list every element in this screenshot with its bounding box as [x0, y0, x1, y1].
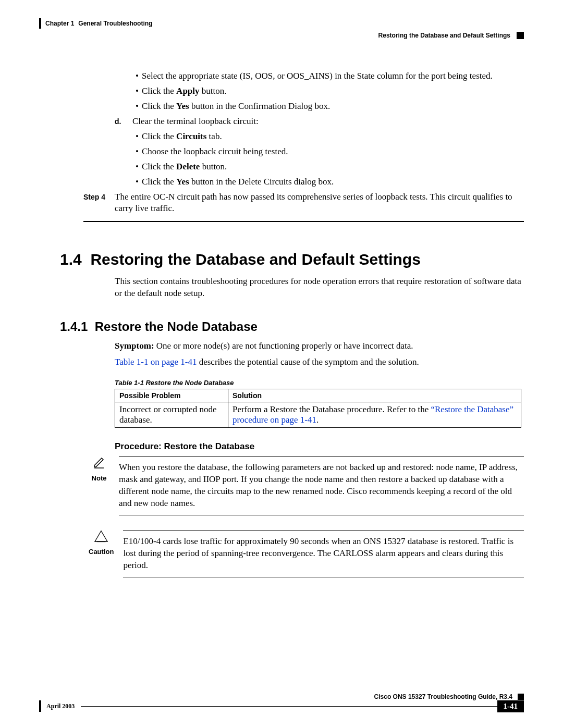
substep-d: d. Clear the terminal loopback circuit: — [115, 116, 524, 128]
footer-guide: Cisco ONS 15327 Troubleshooting Guide, R… — [374, 693, 512, 700]
bullet-text: Click the Yes button in the Delete Circu… — [142, 176, 524, 188]
caution-block: Caution E10/100-4 cards lose traffic for… — [89, 530, 524, 583]
table-row: Incorrect or corrupted node database. Pe… — [115, 402, 521, 428]
caution-icon-col: Caution — [89, 530, 114, 556]
footer-rule — [81, 706, 497, 707]
step-4: Step 4 The entire OC-N circuit path has … — [83, 191, 524, 215]
table-header-solution: Solution — [228, 389, 521, 402]
footer-tick-icon — [39, 700, 41, 712]
bullet-text: Click the Apply button. — [142, 85, 524, 97]
page-number: 1-41 — [497, 700, 524, 712]
bullet: • Click the Delete button. — [132, 161, 524, 173]
note-text: When you restore the database, the follo… — [119, 462, 524, 510]
footer-bar: April 2003 1-41 — [39, 700, 524, 712]
symptom-line: Symptom: One or more node(s) are not fun… — [115, 340, 524, 352]
footer-date: April 2003 — [46, 702, 75, 710]
content-continuation: • Select the appropriate state (IS, OOS,… — [115, 70, 524, 222]
substep-label: d. — [115, 116, 132, 128]
bullet: • Click the Circuits tab. — [132, 131, 524, 143]
section-heading-1-4: 1.4 Restoring the Database and Default S… — [60, 251, 524, 268]
note-block: Note When you restore the database, the … — [89, 456, 524, 521]
bullet-text: Choose the loopback circuit being tested… — [142, 146, 524, 158]
bullet-dot-icon: • — [132, 70, 142, 82]
bullet-dot-icon: • — [132, 101, 142, 113]
table-caption: Table 1-1 Restore the Node Database — [115, 379, 524, 387]
table-ref-line: Table 1-1 on page 1-41 describes the pot… — [115, 356, 524, 368]
bullet-text: Click the Delete button. — [142, 161, 524, 173]
table-header-problem: Possible Problem — [115, 389, 228, 402]
bullet: • Select the appropriate state (IS, OOS,… — [132, 70, 524, 82]
bullet-dot-icon: • — [132, 85, 142, 97]
header-marker-icon — [39, 18, 41, 29]
subsection-number: 1.4.1 — [60, 319, 88, 334]
table-1-1: Possible Problem Solution Incorrect or c… — [115, 389, 521, 428]
page: Chapter 1 General Troubleshooting Restor… — [0, 0, 563, 728]
note-top-rule — [119, 456, 524, 456]
header-title: General Troubleshooting — [78, 20, 152, 27]
footer-guide-row: Cisco ONS 15327 Troubleshooting Guide, R… — [39, 693, 524, 700]
page-footer: Cisco ONS 15327 Troubleshooting Guide, R… — [39, 693, 524, 712]
bullet-dot-icon: • — [132, 146, 142, 158]
caution-top-rule — [123, 530, 524, 530]
procedure-heading: Procedure: Restore the Database — [115, 441, 524, 452]
header-section-link: Restoring the Database and Default Setti… — [378, 32, 510, 39]
symptom-text: One or more node(s) are not functioning … — [156, 341, 413, 351]
note-text-wrap: When you restore the database, the follo… — [119, 456, 524, 521]
subsection-heading-1-4-1: 1.4.1 Restore the Node Database — [60, 319, 524, 334]
note-icon-col: Note — [89, 456, 109, 483]
footer-square-icon — [518, 694, 524, 700]
section-number: 1.4 — [60, 251, 82, 268]
note-bottom-rule — [119, 515, 524, 515]
bullet-dot-icon: • — [132, 161, 142, 173]
caution-text-wrap: E10/100-4 cards lose traffic for approxi… — [123, 530, 524, 583]
bullet-text: Click the Circuits tab. — [142, 131, 524, 143]
caution-label: Caution — [89, 547, 114, 557]
caution-bottom-rule — [123, 577, 524, 577]
note-label: Note — [89, 474, 109, 483]
table-cell-problem: Incorrect or corrupted node database. — [115, 402, 228, 428]
bullet-dot-icon: • — [132, 176, 142, 188]
section-title: Restoring the Database and Default Setti… — [90, 251, 420, 268]
header-sub: Restoring the Database and Default Setti… — [39, 32, 524, 39]
bullet: • Click the Yes button in the Confirmati… — [132, 101, 524, 113]
bullet: • Choose the loopback circuit being test… — [132, 146, 524, 158]
step-text: The entire OC-N circuit path has now pas… — [115, 191, 524, 215]
subsection-title: Restore the Node Database — [95, 319, 258, 334]
divider — [83, 221, 524, 222]
substep-text: Clear the terminal loopback circuit: — [132, 116, 524, 128]
caution-text: E10/100-4 cards lose traffic for approxi… — [123, 536, 524, 572]
page-header: Chapter 1 General Troubleshooting — [39, 18, 524, 29]
table-cell-solution: Perform a Restore the Database procedure… — [228, 402, 521, 428]
section-intro: This section contains troubleshooting pr… — [115, 276, 524, 300]
header-square-icon — [517, 32, 524, 39]
bullet: • Click the Apply button. — [132, 85, 524, 97]
bullet-text: Click the Yes button in the Confirmation… — [142, 101, 524, 113]
bullet: • Click the Yes button in the Delete Cir… — [132, 176, 524, 188]
table-ref-text: describes the potential cause of the sym… — [197, 357, 419, 367]
symptom-label: Symptom: — [115, 341, 154, 351]
header-chapter: Chapter 1 — [45, 20, 74, 27]
header-left: Chapter 1 General Troubleshooting — [39, 18, 152, 29]
pencil-icon — [89, 456, 109, 473]
svg-marker-1 — [95, 531, 107, 542]
warning-triangle-icon — [89, 530, 114, 546]
table-header-row: Possible Problem Solution — [115, 389, 521, 402]
solution-suffix: . — [316, 415, 319, 425]
table-ref-link[interactable]: Table 1-1 on page 1-41 — [115, 357, 197, 367]
step-label: Step 4 — [83, 191, 115, 215]
bullet-text: Select the appropriate state (IS, OOS, o… — [142, 70, 524, 82]
bullet-dot-icon: • — [132, 131, 142, 143]
solution-prefix: Perform a Restore the Database procedure… — [232, 404, 431, 414]
